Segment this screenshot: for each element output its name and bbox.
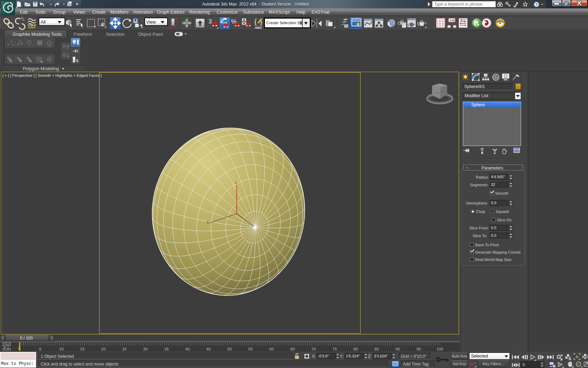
svg-text:M: M <box>452 19 455 22</box>
svg-text:{: { <box>254 18 257 26</box>
svg-text:15: 15 <box>80 347 85 351</box>
svg-text:95: 95 <box>417 347 421 351</box>
svg-text:40: 40 <box>185 347 190 351</box>
svg-text:35: 35 <box>164 347 169 351</box>
svg-text:25: 25 <box>122 347 127 351</box>
svg-text:ABC: ABC <box>255 26 262 29</box>
svg-text:0: 0 <box>522 362 525 367</box>
svg-text:45: 45 <box>206 347 211 351</box>
svg-text:85: 85 <box>375 347 379 351</box>
svg-text:20: 20 <box>101 347 106 351</box>
svg-text:75: 75 <box>333 347 337 351</box>
svg-text:70: 70 <box>312 347 316 351</box>
svg-text:5: 5 <box>39 347 41 351</box>
svg-text:55: 55 <box>248 347 253 351</box>
svg-text:65: 65 <box>290 347 295 351</box>
svg-text:30: 30 <box>143 347 148 351</box>
svg-text:0: 0 <box>18 346 21 351</box>
svg-text:100: 100 <box>436 347 443 351</box>
svg-text:90: 90 <box>396 347 400 351</box>
svg-text:50: 50 <box>227 347 232 351</box>
svg-text:3: 3 <box>208 18 212 25</box>
svg-text:?: ? <box>535 2 538 7</box>
svg-text:z: z <box>235 180 237 185</box>
svg-text:x: x <box>207 220 209 224</box>
svg-text:80: 80 <box>354 347 358 351</box>
svg-text:60: 60 <box>269 347 274 351</box>
svg-text:S: S <box>450 19 452 22</box>
svg-text:10: 10 <box>59 347 64 351</box>
